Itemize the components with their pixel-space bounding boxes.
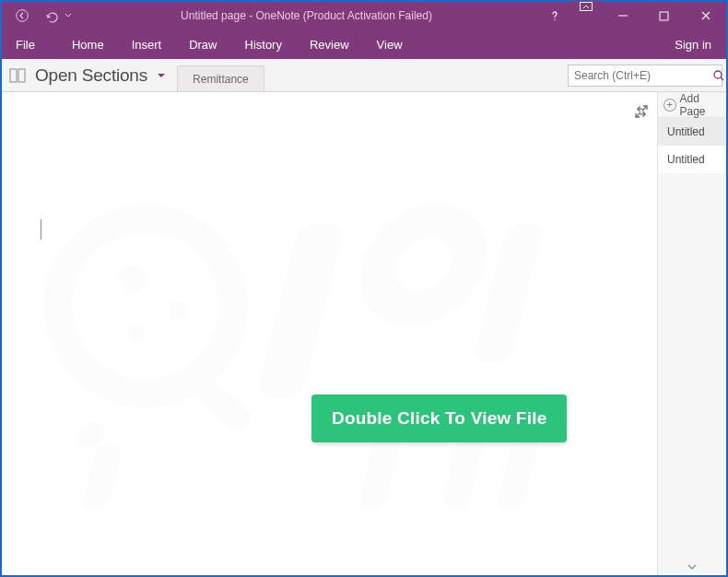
svg-point-9 [128,325,145,342]
sign-in-link[interactable]: Sign in [660,29,726,59]
svg-rect-4 [18,69,25,82]
title-bar-nav [2,3,74,29]
minimize-button[interactable] [602,2,643,29]
svg-rect-1 [581,3,593,11]
svg-rect-13 [473,223,544,361]
svg-rect-3 [10,69,17,82]
ribbon-tab-view[interactable]: View [363,29,417,59]
notebook-dropdown-label[interactable]: Open Sections [35,65,147,86]
svg-rect-10 [190,375,254,435]
page-list-pane: + Add Page Untitled Untitled [657,92,726,575]
section-tab-remittance[interactable]: Remittance [177,65,264,91]
maximize-button[interactable] [643,2,685,29]
window-controls [539,1,726,30]
app-window: Untitled page - OneNote (Product Activat… [0,0,728,577]
page-item[interactable]: Untitled [658,118,726,146]
ribbon: File Home Insert Draw History Review Vie… [2,29,726,59]
search-box[interactable] [568,65,722,87]
search-icon[interactable] [712,69,725,82]
notebook-icon [9,68,26,83]
svg-point-12 [368,220,478,309]
ribbon-tab-draw[interactable]: Draw [175,29,230,59]
svg-point-15 [74,422,106,448]
full-page-view-icon[interactable] [635,105,648,118]
text-cursor [41,219,41,240]
svg-rect-11 [256,223,344,398]
svg-rect-2 [660,12,668,20]
undo-dropdown-icon[interactable] [63,3,74,29]
add-page-button[interactable]: + Add Page [658,92,726,118]
svg-point-8 [169,301,187,320]
ribbon-tab-insert[interactable]: Insert [118,29,176,59]
ribbon-tab-review[interactable]: Review [296,29,363,59]
ribbon-spacer [417,29,661,59]
search-input[interactable] [574,69,712,82]
watermark [2,92,657,575]
help-button[interactable] [539,2,570,29]
close-button[interactable] [685,2,726,29]
add-page-label: Add Page [680,92,727,118]
svg-rect-16 [358,435,402,509]
window-title: Untitled page - OneNote (Product Activat… [74,9,539,22]
section-bar: Open Sections Remittance [2,59,726,92]
undo-button[interactable] [39,3,65,29]
svg-rect-17 [440,435,485,509]
title-bar: Untitled page - OneNote (Product Activat… [2,2,726,29]
ribbon-options-button[interactable] [570,1,602,30]
scroll-down-icon[interactable] [658,559,726,575]
plus-circle-icon: + [663,99,676,112]
chevron-down-icon[interactable] [157,70,168,81]
double-click-view-file-button[interactable]: Double Click To View File [311,394,567,442]
content-area: Double Click To View File + Add Page Unt… [2,92,726,575]
svg-rect-18 [496,435,540,509]
svg-point-7 [119,265,145,291]
svg-point-5 [714,71,722,78]
page-item[interactable]: Untitled [657,146,726,173]
svg-point-6 [58,218,233,394]
ribbon-tab-history[interactable]: History [231,29,296,59]
svg-point-0 [17,10,29,22]
svg-rect-14 [81,444,123,509]
back-button[interactable] [9,3,35,29]
note-canvas[interactable]: Double Click To View File [2,92,657,575]
ribbon-tab-home[interactable]: Home [58,29,118,59]
ribbon-tab-file[interactable]: File [2,29,49,59]
